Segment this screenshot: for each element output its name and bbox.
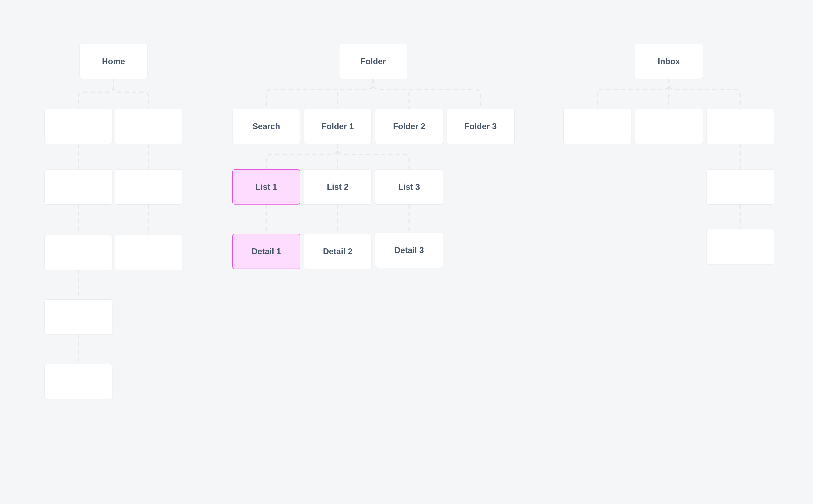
node-list-1[interactable]: List 1: [232, 169, 300, 205]
node-list-3[interactable]: List 3: [375, 169, 443, 205]
node-home-child-8[interactable]: [44, 364, 112, 399]
node-home-child-5[interactable]: [44, 235, 112, 270]
node-folder-2[interactable]: Folder 2: [375, 109, 443, 144]
node-detail-2[interactable]: Detail 2: [304, 234, 372, 269]
node-home-child-6[interactable]: [115, 235, 183, 270]
node-inbox[interactable]: Inbox: [635, 44, 703, 79]
node-inbox-child-2[interactable]: [635, 109, 703, 144]
node-detail-3[interactable]: Detail 3: [375, 233, 443, 268]
node-home-child-3[interactable]: [44, 169, 112, 205]
node-inbox-child-5[interactable]: [706, 229, 774, 264]
node-home-child-2[interactable]: [115, 109, 183, 144]
node-list-2[interactable]: List 2: [304, 169, 372, 205]
node-inbox-child-1[interactable]: [564, 109, 631, 144]
node-home-child-4[interactable]: [115, 169, 183, 205]
diagram-canvas: Home Folder Search Folder 1 Folder 2 Fol…: [0, 0, 813, 504]
node-home[interactable]: Home: [79, 44, 147, 79]
node-inbox-child-3[interactable]: [706, 109, 774, 144]
node-inbox-child-4[interactable]: [706, 169, 774, 205]
node-folder-3[interactable]: Folder 3: [447, 109, 515, 144]
node-home-child-7[interactable]: [44, 299, 112, 335]
node-folder[interactable]: Folder: [339, 44, 407, 79]
node-folder-1[interactable]: Folder 1: [304, 109, 372, 144]
node-detail-1[interactable]: Detail 1: [232, 234, 300, 269]
node-search[interactable]: Search: [232, 109, 300, 144]
node-home-child-1[interactable]: [44, 109, 112, 144]
